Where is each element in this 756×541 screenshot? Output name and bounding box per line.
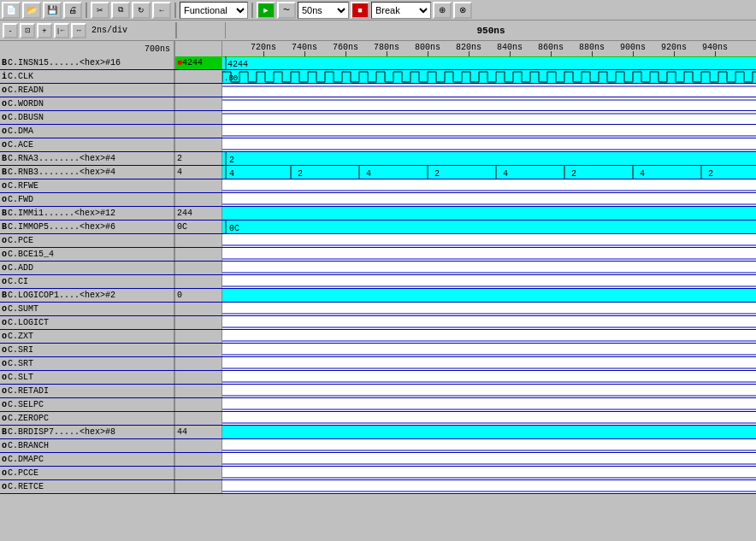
signal-name: C.WORDN xyxy=(8,99,44,109)
time-select[interactable]: 50ns 100ns xyxy=(298,2,349,19)
signal-wave[interactable] xyxy=(222,125,756,138)
bus-wave-svg: 0C xyxy=(222,221,756,233)
cursor-btn[interactable]: |← xyxy=(54,23,69,38)
digital-low-svg xyxy=(222,248,756,261)
signal-row: oC.SRT xyxy=(0,357,756,371)
extra-btn2[interactable]: ⊗ xyxy=(453,2,472,19)
signal-wave[interactable] xyxy=(222,179,756,192)
run-button[interactable]: ► xyxy=(257,2,275,19)
signal-wave[interactable] xyxy=(222,426,756,438)
signal-label: oC.FWD xyxy=(0,193,175,206)
signal-wave[interactable] xyxy=(222,248,756,261)
new-button[interactable]: 📄 xyxy=(2,2,21,19)
clock-wave-svg: .B0 xyxy=(222,70,756,83)
signal-wave[interactable]: 4244 xyxy=(222,56,756,69)
signal-wave[interactable] xyxy=(222,480,756,493)
signal-wave[interactable] xyxy=(222,111,756,124)
print-button[interactable]: 🖨 xyxy=(63,2,82,19)
signal-name: C.RETADI xyxy=(8,386,49,396)
digital-low-svg xyxy=(222,234,756,247)
signal-label: oC.ADD xyxy=(0,262,175,274)
signal-wave[interactable] xyxy=(222,97,756,110)
digital-high-svg xyxy=(222,84,756,97)
svg-text:2: 2 xyxy=(434,169,440,179)
signal-label: oC.ACE xyxy=(0,138,175,151)
signal-wave[interactable] xyxy=(222,371,756,384)
signal-wave[interactable] xyxy=(222,398,756,411)
signal-wave[interactable] xyxy=(222,262,756,274)
divider1 xyxy=(86,3,87,18)
signal-name: C.RNB3........<hex>#4 xyxy=(8,168,115,177)
signal-current-value xyxy=(175,439,222,452)
signal-wave[interactable] xyxy=(222,303,756,315)
stop-button[interactable]: ■ xyxy=(351,2,369,19)
signal-wave[interactable]: 424242424 xyxy=(222,166,756,179)
signal-wave[interactable] xyxy=(222,138,756,151)
signal-name: C.PCCE xyxy=(8,468,38,478)
signal-row: BC.RNB3........<hex>#44424242424 xyxy=(0,166,756,179)
digital-low-svg xyxy=(222,330,756,343)
refresh-button[interactable]: ↻ xyxy=(132,2,151,19)
signal-wave[interactable] xyxy=(222,193,756,206)
signal-wave[interactable] xyxy=(222,453,756,466)
signal-current-value: 244 xyxy=(175,207,222,220)
break-select[interactable]: Break Trigger xyxy=(371,2,431,19)
signal-wave[interactable]: 2 xyxy=(222,152,756,165)
signal-name: C.SELPC xyxy=(8,400,44,409)
start-time-label: 700ns xyxy=(145,44,170,54)
signal-label: oC.DMAPC xyxy=(0,453,175,466)
signal-prefix: o xyxy=(2,263,7,273)
signal-name: C.LOGICOP1....<hex>#2 xyxy=(8,291,115,300)
measure-btn[interactable]: ↔ xyxy=(71,23,86,38)
signal-wave[interactable] xyxy=(222,412,756,425)
signal-current-value xyxy=(175,344,222,356)
signal-wave[interactable] xyxy=(222,344,756,356)
signal-wave[interactable] xyxy=(222,316,756,329)
signal-current-value xyxy=(175,453,222,466)
signal-row: oC.SRI xyxy=(0,344,756,357)
mode-select[interactable]: Functional Timing xyxy=(180,2,248,19)
signal-label: oC.RETCE xyxy=(0,480,175,493)
zoom-out-btn[interactable]: - xyxy=(3,23,18,38)
signal-label: oC.PCCE xyxy=(0,467,175,479)
signal-wave[interactable] xyxy=(222,467,756,479)
digital-low-svg xyxy=(222,467,756,479)
wave-button[interactable]: 〜 xyxy=(277,2,296,19)
svg-text:4: 4 xyxy=(229,169,234,179)
signal-wave[interactable] xyxy=(222,439,756,452)
signal-prefix: B xyxy=(2,168,7,177)
signal-wave[interactable] xyxy=(222,289,756,302)
zoom-in-btn[interactable]: + xyxy=(37,23,52,38)
extra-btn1[interactable]: ⊕ xyxy=(433,2,452,19)
signal-wave[interactable] xyxy=(222,234,756,247)
signal-label: BC.BRDISP7.....<hex>#8 xyxy=(0,426,175,438)
signal-row: BC.INSN15......<hex>#16■42444244 xyxy=(0,56,756,70)
signal-prefix: o xyxy=(2,441,7,450)
signal-row: oC.SUMT xyxy=(0,303,756,316)
open-button[interactable]: 📂 xyxy=(22,2,41,19)
signal-prefix: o xyxy=(2,414,7,423)
signal-current-value xyxy=(175,179,222,192)
signal-wave[interactable] xyxy=(222,385,756,397)
signal-wave[interactable]: 0C xyxy=(222,221,756,233)
signal-wave[interactable]: .B0 xyxy=(222,70,756,83)
label-spacer: 700ns xyxy=(0,41,175,56)
signal-wave[interactable] xyxy=(222,275,756,288)
signal-wave[interactable] xyxy=(222,357,756,370)
signal-wave[interactable] xyxy=(222,207,756,220)
digital-high-svg xyxy=(222,111,756,124)
signal-row: oC.RETADI xyxy=(0,385,756,398)
zoom-fit-btn[interactable]: ⊡ xyxy=(20,23,35,38)
copy-button[interactable]: ⧉ xyxy=(111,2,130,19)
signal-name: C.IMMi1......<hex>#12 xyxy=(8,209,115,218)
signal-label: BC.IMMi1......<hex>#12 xyxy=(0,207,175,220)
signal-wave[interactable] xyxy=(222,330,756,343)
signal-row: oC.DMAPC xyxy=(0,453,756,467)
cut-button[interactable]: ✂ xyxy=(91,2,109,19)
signal-wave[interactable] xyxy=(222,84,756,97)
save-button[interactable]: 💾 xyxy=(43,2,62,19)
signal-current-value: 2 xyxy=(175,152,222,165)
back-button[interactable]: ← xyxy=(152,2,171,19)
signal-current-value xyxy=(175,275,222,288)
bus-wave-svg xyxy=(222,289,756,302)
